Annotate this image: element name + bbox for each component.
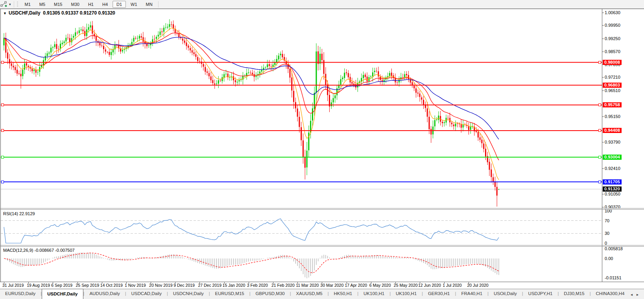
date-axis-label: 21 Feb 2020	[271, 283, 295, 288]
chart-tab-gbpusd-m30[interactable]: GBPUSD,M30	[251, 289, 290, 299]
hline-price-label[interactable]: 0.95758	[603, 102, 622, 107]
chart-tab-uk100-h1[interactable]: UK100,H1	[358, 289, 389, 299]
timeframe-button-m1[interactable]: M1	[21, 1, 35, 8]
price-axis-label: 0.99250	[605, 37, 620, 41]
hline-handle[interactable]	[598, 103, 601, 106]
pane-separator[interactable]	[0, 245, 644, 245]
date-axis-label: 17 Apr 2020	[345, 283, 367, 288]
chart-tab-fra40-h1[interactable]: FRA40,H1	[456, 289, 487, 299]
chart-tab-eurusd-daily[interactable]: EURUSD,Daily	[0, 289, 41, 299]
chart-tab-hk50-h1[interactable]: HK50,H1	[329, 289, 358, 299]
price-chart-canvas[interactable]	[0, 0, 644, 299]
hline-handle[interactable]	[598, 61, 601, 64]
price-axis-label: 0.93790	[605, 140, 620, 144]
date-axis-label: 9 Dec 2019	[173, 283, 195, 288]
chart-tab-bar: EURUSD,Daily|USDCHF,Daily|AUDUSD,Daily|U…	[0, 289, 644, 299]
macd-axis-label: 0.005818	[605, 247, 623, 251]
rsi-line	[4, 219, 499, 243]
date-axis-label: 12 Jun 2020	[418, 283, 441, 288]
toolbar-separator	[14, 1, 14, 7]
date-axis-label: 11 Mar 2020	[296, 283, 319, 288]
timeframe-button-h4[interactable]: H4	[98, 1, 112, 8]
hline-handle[interactable]	[1, 156, 4, 159]
rsi-axis-label: 30	[605, 231, 609, 236]
timeframe-button-mn[interactable]: MN	[142, 1, 157, 8]
hline-handle[interactable]	[598, 129, 601, 132]
hline-price-label[interactable]: 0.94408	[603, 128, 622, 133]
rsi-axis-label: 70	[605, 219, 609, 223]
chart-tab-usoil-daily[interactable]: USOil,Daily	[489, 289, 522, 299]
chart-tab-eurusd-m15[interactable]: EURUSD,M15	[210, 289, 249, 299]
price-axis-label: 1.00630	[605, 11, 620, 15]
timeframe-button-m15[interactable]: M15	[50, 1, 66, 8]
toolbar-separator	[158, 1, 159, 7]
date-axis-label: 14 Oct 2019	[100, 283, 123, 288]
price-axis-label: 0.97210	[605, 75, 620, 79]
price-axis-separator	[602, 9, 602, 282]
hline-handle[interactable]	[1, 103, 4, 106]
date-axis-label: 31 Jul 2019	[2, 283, 24, 288]
chart-tab-uk100-h1[interactable]: UK100,H1	[391, 289, 422, 299]
pane-separator[interactable]	[0, 208, 644, 209]
timeframe-button-m30[interactable]: M30	[67, 1, 83, 8]
hline-handle[interactable]	[1, 129, 4, 132]
hline-handle[interactable]	[598, 156, 601, 159]
macd-axis-label: -0.01151	[605, 276, 622, 280]
trading-terminal-window: ▾ M1M5M15M30H1H4D1W1MN ▼USDCHF,Daily 0.9…	[0, 0, 644, 299]
macd-histogram	[4, 253, 499, 279]
current-price-label: 0.91320	[603, 186, 622, 192]
collapse-chart-icon[interactable]: ▼	[3, 11, 7, 15]
date-axis-label: 25 Sep 2019	[76, 283, 100, 288]
timeframe-button-m5[interactable]: M5	[35, 1, 49, 8]
date-axis-label: 30 Mar 2020	[320, 283, 343, 288]
ohlc-values: 0.91305 0.91337 0.91270 0.91320	[43, 10, 115, 16]
chart-tab-audusd-daily[interactable]: AUDUSD,Daily	[84, 289, 125, 299]
date-axis-label: 6 May 2020	[369, 283, 391, 288]
price-axis-label: 0.96510	[605, 89, 620, 93]
chart-tab-usdchf-daily[interactable]: USDCHF,Daily	[42, 289, 83, 299]
hline-handle[interactable]	[1, 61, 4, 64]
rsi-indicator-label: RSI(14) 22.9129	[3, 211, 35, 216]
chart-tab-usdjpy-h1[interactable]: USDJPY,H1	[523, 289, 558, 299]
chart-tab-usdcnh-daily[interactable]: USDCNH,Daily	[168, 289, 209, 299]
pane-separator[interactable]	[0, 246, 644, 247]
tool-dropdown-caret-icon[interactable]: ▾	[9, 2, 11, 6]
chart-frame-left-border	[0, 9, 1, 282]
date-axis-label: 20 Jul 2020	[467, 283, 488, 288]
hline-price-label[interactable]: 0.93004	[603, 155, 622, 160]
hline-price-label[interactable]: 0.98008	[603, 60, 622, 65]
chart-tab-xauusd-m5[interactable]: XAUUSD,M5	[291, 289, 328, 299]
macd-indicator-label: MACD(12,26,9) -0.008667 -0.007507	[3, 248, 75, 253]
date-axis-label: 19 Aug 2019	[27, 283, 50, 288]
hline-handle[interactable]	[598, 181, 601, 183]
chart-tab-china300-h4[interactable]: CHINA300,H4	[591, 289, 630, 299]
chart-tab-dj30-m15[interactable]: DJ30,M15	[559, 289, 589, 299]
candlestick-series	[4, 19, 500, 207]
timeframe-button-w1[interactable]: W1	[127, 1, 141, 8]
date-axis-label: 1 Nov 2019	[125, 283, 146, 288]
date-axis-label: 27 Dec 2019	[198, 283, 221, 288]
timeframe-button-d1[interactable]: D1	[113, 1, 126, 8]
timeframe-toolbar: ▾ M1M5M15M30H1H4D1W1MN	[0, 0, 644, 9]
chart-tab-usdcad-daily[interactable]: USDCAD,Daily	[126, 289, 167, 299]
hline-price-label[interactable]: 0.91705	[603, 179, 622, 185]
timeframe-button-h1[interactable]: H1	[84, 1, 98, 8]
date-axis-label: 25 May 2020	[394, 283, 418, 288]
price-axis-label: 0.95150	[605, 114, 620, 119]
chart-frame-bottom-border	[0, 282, 644, 282]
chart-title: ▼USDCHF,Daily 0.91305 0.91337 0.91270 0.…	[3, 10, 115, 16]
pane-separator[interactable]	[0, 209, 644, 210]
price-axis-label: 0.92410	[605, 166, 620, 171]
hline-handle[interactable]	[1, 181, 4, 183]
price-axis-label: 0.91050	[605, 192, 620, 196]
tab-scroll-left-icon[interactable]: ◂	[631, 292, 633, 297]
date-axis-label: 3 Feb 2020	[247, 283, 268, 288]
date-axis-label: 15 Jan 2020	[223, 283, 245, 288]
toolbar-grip-handle[interactable]	[17, 2, 18, 7]
price-axis-label: 0.98570	[605, 50, 620, 54]
chart-tab-ger30-h1[interactable]: GER30,H1	[423, 289, 455, 299]
trendline-tool-icon[interactable]	[0, 1, 8, 7]
tab-scroll-right-icon[interactable]: ▸	[637, 292, 638, 297]
hline-price-label[interactable]: 0.96803	[603, 83, 622, 88]
price-axis-label: 0.99950	[605, 23, 620, 28]
